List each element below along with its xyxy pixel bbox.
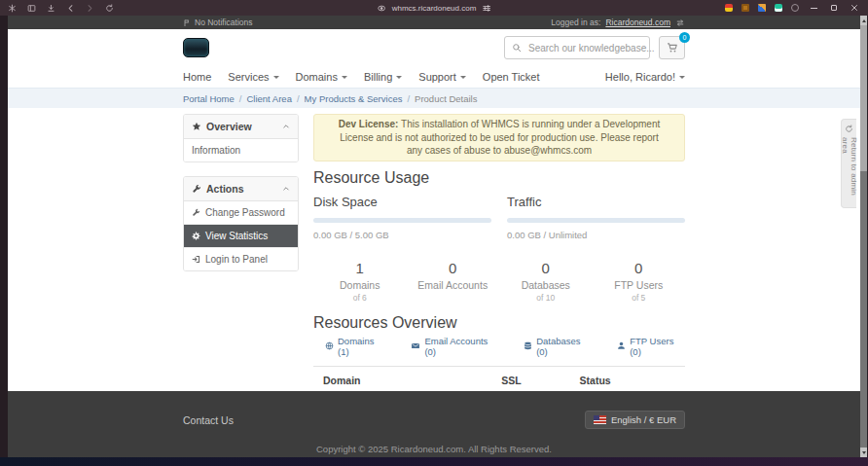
sidebar-item-change-password[interactable]: Change Password: [184, 201, 298, 225]
column-header-ssl: SSL: [491, 366, 569, 391]
close-button[interactable]: [849, 2, 860, 14]
account-menu[interactable]: Hello, Ricardo!: [605, 71, 685, 83]
tab-databases[interactable]: Databases (0): [524, 336, 592, 357]
search-icon: [512, 43, 522, 53]
actions-panel-header[interactable]: Actions: [184, 177, 298, 201]
extension-icon-4[interactable]: [775, 4, 782, 12]
return-to-admin-label: Return to admin area: [841, 137, 858, 207]
address-url[interactable]: whmcs.ricardoneud.com: [392, 4, 477, 13]
envelope-icon: [411, 341, 420, 350]
gears-icon: [192, 232, 200, 240]
site-info-icon[interactable]: [378, 4, 386, 13]
site-header: 0: [8, 29, 860, 66]
breadcrumb-separator: /: [297, 93, 300, 104]
stat-ftp-users: 0 FTP Users of 5: [593, 260, 686, 303]
contact-us-link[interactable]: Contact Us: [183, 414, 234, 426]
actions-panel: Actions Change Password: [183, 176, 299, 271]
nav-item-open-ticket[interactable]: Open Ticket: [483, 71, 540, 83]
user-icon: [617, 341, 626, 350]
scroll-up-button[interactable]: [860, 16, 867, 25]
account-bar: No Notifications Logged in as: Ricardone…: [8, 16, 860, 29]
main-navigation: Home Services Domains Billing Support Op…: [8, 66, 860, 88]
copyright-text: Copyright © 2025 Ricardoneud.com. All Ri…: [8, 444, 860, 454]
disk-space-meter: Disk Space 0.00 GB / 5.00 GB: [313, 191, 491, 240]
restore-button[interactable]: [828, 2, 840, 14]
nav-item-home[interactable]: Home: [183, 71, 211, 83]
cart-icon: [667, 42, 678, 54]
language-currency-button[interactable]: English / € EUR: [585, 411, 685, 429]
sidebar: Overview Information Actions: [183, 114, 299, 285]
breadcrumb-client-area[interactable]: Client Area: [246, 93, 291, 104]
stat-label: Email Accounts: [407, 279, 500, 291]
breadcrumb: Portal Home / Client Area / My Products …: [8, 88, 860, 108]
forward-icon[interactable]: [86, 4, 94, 13]
notifications-button[interactable]: No Notifications: [183, 18, 253, 27]
scroll-down-button[interactable]: [860, 448, 867, 457]
browser-toolbar-left: [8, 4, 114, 13]
knowledgebase-search[interactable]: [504, 36, 650, 59]
stat-value: 1: [313, 260, 407, 276]
stat-limit: of 6: [313, 293, 407, 303]
breadcrumb-my-products[interactable]: My Products & Services: [305, 93, 403, 104]
search-input[interactable]: [526, 42, 659, 54]
browser-toolbar-right: [725, 2, 860, 14]
reload-icon[interactable]: [105, 4, 114, 13]
resources-overview-heading: Resources Overview: [313, 314, 685, 332]
nav-item-domains[interactable]: Domains: [296, 71, 347, 83]
refresh-icon: [845, 125, 853, 133]
overview-panel-header[interactable]: Overview: [184, 115, 298, 139]
return-to-admin-tab[interactable]: Return to admin area: [841, 119, 856, 208]
chevron-up-icon: [282, 185, 290, 193]
switch-account-icon[interactable]: [675, 18, 685, 27]
workspaces-icon[interactable]: [8, 4, 17, 13]
logged-in-user-link[interactable]: Ricardoneud.com: [605, 18, 670, 27]
resources-tabs: Domains (1) Email Accounts (0) Databases…: [313, 336, 685, 357]
nav-item-billing[interactable]: Billing: [364, 71, 402, 83]
stat-value: 0: [593, 260, 686, 276]
globe-icon: [325, 341, 334, 350]
extension-icon-1[interactable]: [725, 4, 733, 12]
minimize-button[interactable]: [808, 2, 819, 14]
dev-license-alert: Dev License: This installation of WHMCS …: [313, 114, 685, 161]
extension-icon-2[interactable]: [741, 4, 749, 12]
stat-value: 0: [407, 260, 500, 276]
breadcrumb-portal-home[interactable]: Portal Home: [183, 93, 235, 104]
tab-label: FTP Users (0): [630, 336, 685, 357]
pencil-extension-icon[interactable]: [758, 4, 766, 12]
back-icon[interactable]: [66, 4, 75, 13]
sidebar-item-view-statistics[interactable]: View Statistics: [184, 225, 298, 248]
tab-ftp-users[interactable]: FTP Users (0): [617, 336, 685, 357]
cart-button[interactable]: 0: [659, 36, 685, 59]
chevron-down-icon: [460, 76, 466, 79]
domains-table: Domain SSL Status example.com Yes: [313, 366, 685, 392]
site-logo[interactable]: [183, 38, 209, 57]
nav-item-services[interactable]: Services: [228, 71, 278, 83]
us-flag-icon: [594, 415, 606, 424]
stat-limit: [407, 293, 500, 303]
tune-icon[interactable]: [482, 4, 490, 13]
stat-domains: 1 Domains of 6: [313, 260, 407, 303]
nav-item-support[interactable]: Support: [418, 71, 466, 83]
disk-space-usage: 0.00 GB / 5.00 GB: [313, 230, 491, 240]
tab-email-accounts[interactable]: Email Accounts (0): [411, 336, 498, 357]
traffic-progressbar: [507, 218, 685, 223]
address-bar[interactable]: whmcs.ricardoneud.com: [378, 4, 491, 13]
tab-domains[interactable]: Domains (1): [325, 336, 385, 357]
breadcrumb-separator: /: [407, 93, 410, 104]
extensions-menu-icon[interactable]: [791, 4, 799, 12]
sidebar-toggle-icon[interactable]: [27, 4, 36, 13]
sidebar-item-login-to-panel[interactable]: Login to Panel: [184, 248, 298, 270]
tab-label: Domains (1): [338, 336, 385, 357]
page-scrollbar[interactable]: [860, 16, 867, 457]
actions-panel-title: Actions: [206, 183, 244, 195]
locale-label: English / € EUR: [611, 414, 676, 425]
sidebar-item-information[interactable]: Information: [184, 139, 298, 161]
database-icon: [524, 341, 532, 350]
chevron-down-icon: [273, 76, 279, 79]
scrollbar-thumb[interactable]: [860, 25, 867, 171]
sign-in-icon: [192, 255, 200, 264]
tab-label: Databases (0): [536, 336, 592, 357]
disk-space-progressbar: [313, 218, 491, 223]
stat-email-accounts: 0 Email Accounts: [407, 260, 500, 303]
downloads-icon[interactable]: [47, 4, 55, 13]
